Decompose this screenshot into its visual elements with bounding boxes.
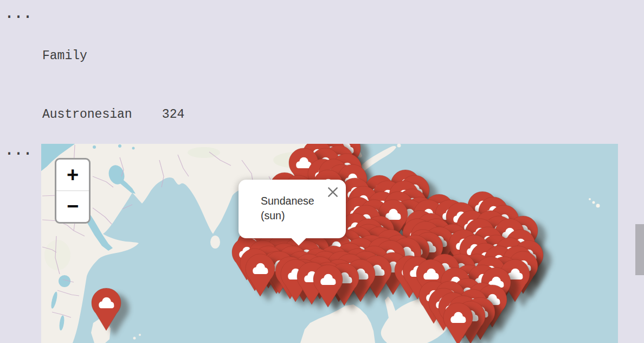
zoom-out-button[interactable]: −	[56, 190, 89, 222]
map-markers-layer	[41, 144, 618, 343]
language-marker[interactable]	[244, 253, 276, 297]
close-icon	[327, 186, 339, 198]
popup-language-code: (sun)	[261, 209, 285, 221]
language-marker[interactable]	[442, 302, 474, 343]
output-line: Austronesian 324	[42, 105, 229, 124]
leaflet-map[interactable]: + − Sundanese (sun)	[41, 144, 618, 343]
language-marker[interactable]	[312, 264, 344, 308]
language-marker[interactable]	[91, 287, 122, 332]
collapsed-cell-indicator[interactable]: ···	[4, 14, 37, 20]
collapsed-cell-indicator[interactable]: ···	[4, 151, 37, 156]
zoom-in-button[interactable]: +	[56, 160, 89, 190]
popup-language-name: Sundanese	[261, 195, 314, 207]
output-line: Family	[42, 46, 229, 66]
popup-close-button[interactable]	[327, 186, 339, 198]
map-popup: Sundanese (sun)	[239, 180, 346, 238]
map-zoom-control: + −	[55, 158, 91, 224]
scrollbar-thumb[interactable]	[635, 224, 644, 275]
